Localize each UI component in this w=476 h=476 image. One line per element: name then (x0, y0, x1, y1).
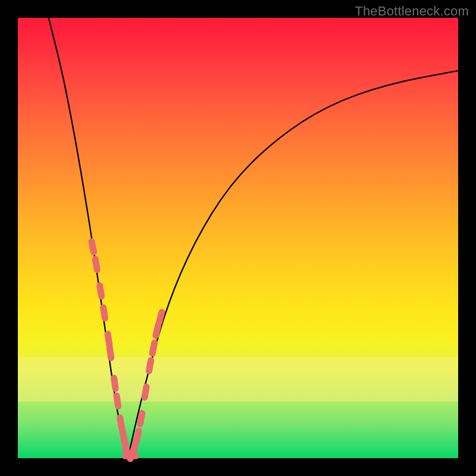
marker-point (100, 286, 102, 296)
marker-layer (92, 242, 162, 459)
plot-area (18, 18, 458, 458)
marker-point (149, 361, 151, 371)
marker-point (114, 378, 116, 389)
marker-point (117, 396, 118, 406)
marker-point (95, 259, 97, 270)
marker-point (140, 414, 142, 424)
marker-point (120, 418, 122, 428)
marker-point (145, 387, 146, 397)
curve-left (49, 18, 128, 458)
marker-point (92, 242, 94, 252)
outer-frame: TheBottleneck.com (0, 0, 476, 476)
marker-point (156, 325, 158, 336)
watermark-text: TheBottleneck.com (355, 4, 469, 19)
curve-layer (49, 18, 458, 458)
marker-point (104, 308, 105, 318)
curve-right (128, 71, 458, 458)
chart-svg (18, 18, 458, 458)
marker-point (152, 343, 155, 353)
marker-point (136, 431, 139, 441)
marker-point (109, 347, 111, 358)
marker-point (108, 334, 109, 345)
marker-point (159, 312, 162, 322)
